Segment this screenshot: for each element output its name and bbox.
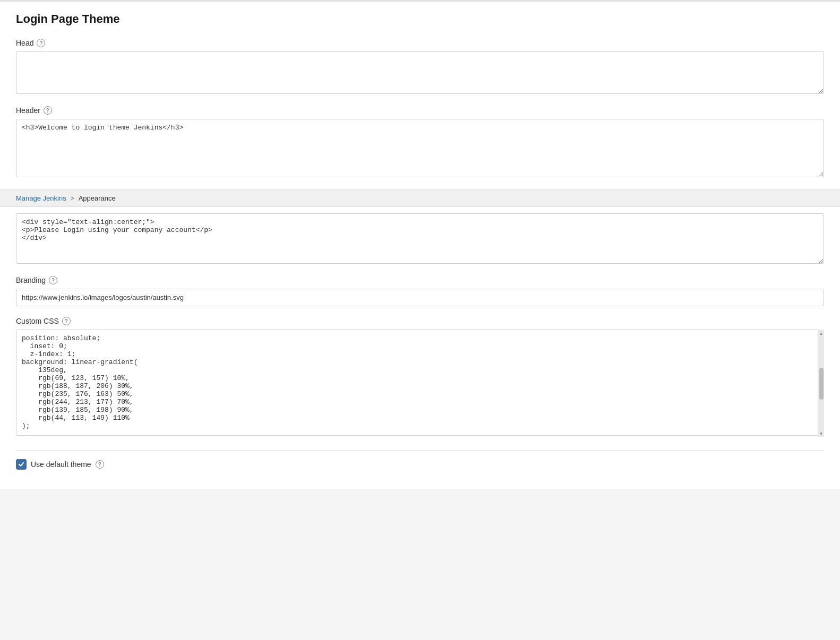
scrollbar-down-arrow[interactable]: ▼ xyxy=(819,431,824,436)
breadcrumb-separator: > xyxy=(71,195,74,202)
custom-css-textarea-wrapper: ▲ ▼ xyxy=(16,330,824,437)
head-field-group: Head ? xyxy=(16,39,824,96)
custom-css-label-row: Custom CSS ? xyxy=(16,317,824,325)
header-help-icon[interactable]: ? xyxy=(44,106,52,115)
main-content: Login Page Theme Head ? Header ? Manage … xyxy=(0,2,840,489)
use-default-theme-row: Use default theme ? xyxy=(16,450,824,478)
branding-label-row: Branding ? xyxy=(16,276,824,284)
header-textarea[interactable] xyxy=(16,119,824,177)
page-wrapper: Login Page Theme Head ? Header ? Manage … xyxy=(0,0,840,640)
branding-help-icon[interactable]: ? xyxy=(49,276,57,284)
head-label-row: Head ? xyxy=(16,39,824,47)
head-help-icon[interactable]: ? xyxy=(37,39,45,47)
branding-field-group: Branding ? xyxy=(16,276,824,306)
checkmark-icon xyxy=(18,461,24,468)
custom-css-field-group: Custom CSS ? ▲ ▼ xyxy=(16,317,824,437)
scrollbar-thumb[interactable] xyxy=(819,368,824,400)
custom-css-textarea[interactable] xyxy=(16,330,824,436)
use-default-theme-label: Use default theme xyxy=(31,460,91,469)
branding-label: Branding xyxy=(16,276,46,284)
custom-css-scrollbar[interactable]: ▲ ▼ xyxy=(818,330,824,437)
breadcrumb-appearance: Appearance xyxy=(79,194,116,202)
scrollbar-up-arrow[interactable]: ▲ xyxy=(819,331,824,336)
custom-css-label: Custom CSS xyxy=(16,317,59,325)
header-field-group: Header ? xyxy=(16,106,824,179)
breadcrumb-bar: Manage Jenkins > Appearance xyxy=(0,189,840,207)
use-default-theme-help-icon[interactable]: ? xyxy=(96,460,104,469)
footer-field-group xyxy=(16,207,824,265)
head-label: Head xyxy=(16,39,33,47)
head-textarea[interactable] xyxy=(16,51,824,94)
use-default-theme-checkbox[interactable] xyxy=(16,459,27,470)
page-title: Login Page Theme xyxy=(16,12,824,26)
header-label-row: Header ? xyxy=(16,106,824,115)
footer-textarea[interactable] xyxy=(16,213,824,264)
custom-css-help-icon[interactable]: ? xyxy=(62,317,71,325)
branding-input[interactable] xyxy=(16,289,824,306)
breadcrumb-manage-jenkins[interactable]: Manage Jenkins xyxy=(16,194,66,202)
header-label: Header xyxy=(16,106,40,115)
